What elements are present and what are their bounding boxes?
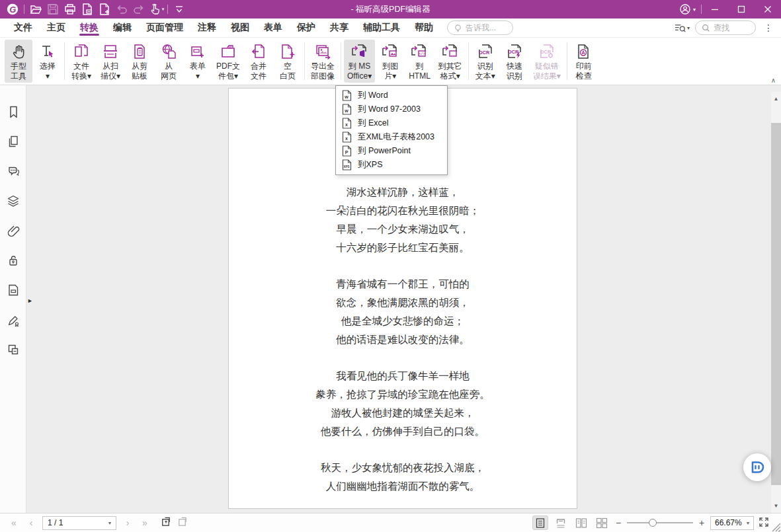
combine-files-button[interactable]: 合并文件 [245, 40, 272, 83]
bookmarks-icon[interactable] [5, 104, 21, 120]
last-page-button[interactable]: » [139, 517, 151, 528]
svg-text:P: P [345, 150, 348, 155]
from-scanner-button[interactable]: 从扫描仪▾ [97, 40, 124, 83]
scroll-down-icon[interactable]: ▼ [771, 501, 781, 511]
menu-to-xps[interactable]: XPS到XPS [336, 158, 447, 172]
attachments-icon[interactable] [5, 223, 21, 239]
tab-转换[interactable]: 转换 [73, 19, 106, 37]
menu-to-xml-spreadsheet-2003[interactable]: x至XML电子表格2003 [336, 130, 447, 144]
to-other-format-button[interactable]: …到其它格式▾ [435, 40, 466, 83]
customize-toolbar-icon[interactable] [171, 1, 188, 17]
ocr-suspect-results-button: OCR疑似错误结果▾ [530, 40, 564, 83]
destinations-icon[interactable] [5, 342, 21, 358]
layers-icon[interactable] [5, 193, 21, 209]
blank-page-button[interactable]: 空白页 [274, 40, 302, 83]
zoom-out-button[interactable]: − [614, 517, 622, 528]
tab-帮助[interactable]: 帮助 [407, 19, 440, 37]
to-html-button[interactable]: </>到HTML [405, 40, 434, 83]
fields-icon[interactable] [5, 282, 21, 298]
tell-me-search[interactable]: 告诉我... [447, 20, 513, 35]
hand-tool-button[interactable]: 手型工具 [5, 40, 32, 83]
tab-共享[interactable]: 共享 [323, 19, 356, 37]
to-image-button[interactable]: 到图片▾ [376, 40, 404, 83]
continuous-view-button[interactable] [553, 515, 569, 530]
tab-主页[interactable]: 主页 [40, 19, 73, 37]
form-tool-button[interactable]: 表单▾ [184, 40, 212, 83]
menu-to-word[interactable]: w到 Word [336, 89, 447, 102]
title-bar: - 福昕高级PDF编辑器 G▾ ▾ [0, 0, 781, 19]
facing-view-button[interactable] [573, 515, 589, 530]
previous-view-button[interactable] [160, 516, 171, 529]
previous-page-button[interactable]: ‹ [25, 517, 37, 528]
tab-注释[interactable]: 注释 [190, 19, 224, 37]
single-page-view-button[interactable] [532, 515, 548, 530]
menu-to-powerpoint[interactable]: P到 PowerPoint [336, 144, 447, 158]
from-clipboard-button[interactable]: 从剪贴板 [126, 40, 153, 83]
window-resize-grip[interactable] [769, 520, 781, 532]
page-add-icon[interactable] [96, 1, 113, 17]
account-button[interactable]: ▾ [674, 0, 701, 19]
find-search[interactable]: 查找 [695, 20, 756, 35]
close-button[interactable] [755, 0, 781, 19]
zoom-level-select[interactable]: 66.67% ▾ [710, 516, 754, 530]
file-convert-button[interactable]: 文件转换▾ [67, 40, 95, 83]
tab-辅助工具[interactable]: 辅助工具 [356, 19, 407, 37]
svg-text:w: w [344, 108, 349, 113]
zoom-slider-thumb[interactable] [649, 519, 657, 527]
continuous-scroll-icon [555, 517, 566, 529]
tab-文件[interactable]: 文件 [7, 19, 40, 37]
assistant-chat-button[interactable] [743, 453, 771, 481]
tab-保护[interactable]: 保护 [290, 19, 323, 37]
panel-expand-handle[interactable]: ► [27, 295, 35, 306]
security-icon[interactable] [5, 252, 21, 268]
ribbon-group: 到 MSOffice▾到图片▾</>到HTML…到其它格式▾ [343, 40, 466, 83]
undo-icon[interactable] [113, 1, 130, 17]
menu-to-word-97-2003[interactable]: w到 Word 97-2003 [336, 102, 447, 116]
svg-text:</>: </> [419, 52, 427, 56]
scrollbar-thumb[interactable] [771, 123, 781, 485]
first-page-button[interactable]: « [8, 517, 20, 528]
poem-line: 他是全城少女悲惨的命运； [229, 312, 577, 330]
vertical-scrollbar[interactable]: ▲ ▼ [771, 92, 781, 513]
print-icon[interactable] [62, 1, 79, 17]
tab-视图[interactable]: 视图 [224, 19, 257, 37]
page-number-select[interactable]: 1 / 1 ▾ [42, 516, 116, 530]
open-icon[interactable] [27, 1, 44, 17]
fullscreen-button[interactable] [759, 517, 769, 529]
facing-continuous-view-button[interactable] [594, 515, 610, 530]
menu-to-excel[interactable]: x到 Excel [336, 116, 447, 130]
export-all-images-button[interactable]: 导出全部图像 [308, 40, 338, 83]
redo-icon[interactable] [130, 1, 147, 17]
from-web-button[interactable]: 从网页 [155, 40, 183, 83]
maximize-button[interactable] [728, 0, 755, 19]
comments-icon[interactable] [5, 163, 21, 179]
zoom-in-button[interactable]: + [698, 517, 706, 528]
tab-编辑[interactable]: 编辑 [106, 19, 139, 37]
fullscreen-icon [759, 517, 769, 527]
ocr-quick-recognize-button[interactable]: OCR快速识别 [501, 40, 528, 83]
more-options-button[interactable]: ⋮ [761, 22, 776, 33]
to-ms-office-button[interactable]: 到 MSOffice▾ [344, 40, 375, 83]
svg-text:w: w [344, 95, 349, 99]
save-icon[interactable] [44, 1, 62, 17]
page-remove-icon[interactable] [79, 1, 96, 17]
next-page-button[interactable]: › [122, 517, 134, 528]
next-view-button[interactable] [177, 516, 188, 529]
hand-pointer-icon[interactable]: ▾ [147, 1, 165, 17]
scroll-up-icon[interactable]: ▲ [771, 94, 781, 104]
zoom-slider[interactable] [627, 518, 693, 527]
signatures-icon[interactable] [5, 312, 21, 328]
tab-表单[interactable]: 表单 [257, 19, 290, 37]
poem-line: 人们幽幽地指着湖面不散的雾气。 [229, 477, 577, 496]
pdf-portfolio-button[interactable]: PDF文件包▾ [213, 40, 243, 83]
advanced-search-button[interactable]: ▾ [675, 23, 690, 33]
poem-stanza: 湖水这样沉静，这样蓝，一朵洁白的花闪在秋光里很阴暗；早晨，一个少女来湖边叹气，十… [229, 183, 577, 257]
ocr-recognize-text-button[interactable]: OCR识别文本▾ [472, 40, 499, 83]
select-tool-button[interactable]: 选择▾ [34, 40, 62, 83]
toimage-icon [382, 42, 399, 61]
minimize-button[interactable] [702, 0, 728, 19]
preflight-check-button[interactable]: A印前检查 [570, 40, 598, 83]
pages-icon[interactable] [5, 133, 21, 149]
tab-页面管理[interactable]: 页面管理 [139, 19, 190, 37]
collapse-ribbon-icon[interactable]: ∧ [771, 77, 776, 84]
